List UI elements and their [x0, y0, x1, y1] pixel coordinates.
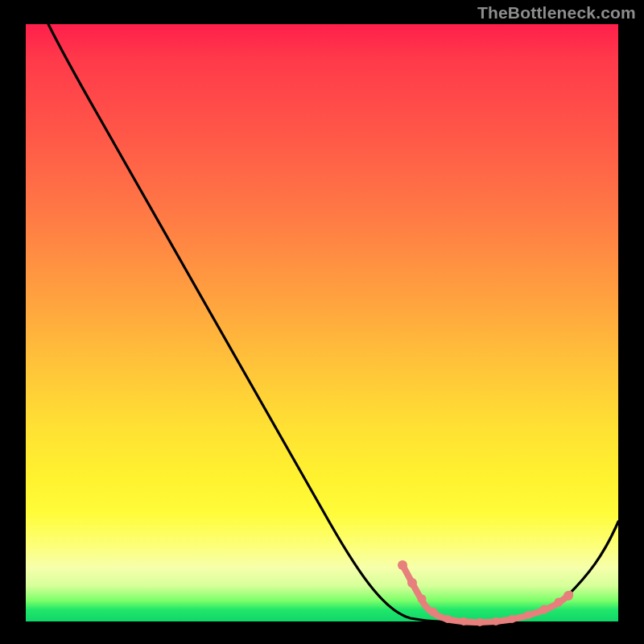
gradient-plot-area	[26, 24, 618, 621]
watermark-text: TheBottleneck.com	[477, 3, 636, 23]
chart-container: TheBottleneck.com	[0, 0, 644, 644]
